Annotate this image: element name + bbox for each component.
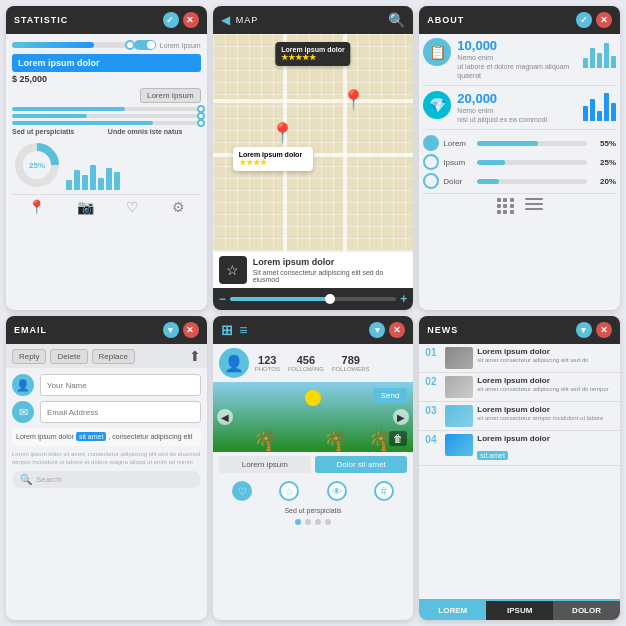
news-thumb-1 bbox=[445, 347, 473, 369]
photo-prev-btn[interactable]: ◀ bbox=[217, 409, 233, 425]
replace-button[interactable]: Replace bbox=[92, 349, 135, 364]
stat-label-1: Lorem Ipsum bbox=[160, 42, 201, 49]
photos-stat: 123 PHOTOS bbox=[255, 354, 280, 372]
about-num-1: 10,000 bbox=[457, 38, 577, 53]
user-icon: 👤 bbox=[12, 374, 34, 396]
slider-track-2[interactable] bbox=[12, 114, 201, 118]
location-icon[interactable]: 📍 bbox=[28, 199, 45, 215]
email-form: 👤 ✉ Lorem ipsum dolor sit amet , consect… bbox=[6, 368, 207, 494]
news-ipsum-btn[interactable]: IPSUM bbox=[486, 601, 553, 620]
toggle-1[interactable] bbox=[134, 40, 156, 50]
dot-4[interactable] bbox=[325, 519, 331, 525]
star-action-btn[interactable]: ☆ bbox=[279, 481, 299, 501]
map-slider-row: − + bbox=[213, 288, 414, 310]
about-check-btn[interactable]: ✓ bbox=[576, 12, 592, 28]
heart-action-btn[interactable]: ♡ bbox=[232, 481, 252, 501]
photo-nav: ◀ ▶ bbox=[213, 409, 414, 425]
progress-row-ipsum: Ipsum 25% bbox=[423, 154, 616, 170]
social-sub-text: Sed ut perspiciatis bbox=[213, 505, 414, 516]
progress-fill-dolor bbox=[477, 179, 499, 184]
map-minus[interactable]: − bbox=[219, 292, 226, 306]
progress-circle-lorem bbox=[423, 135, 439, 151]
eye-action-btn[interactable]: 👁 bbox=[327, 481, 347, 501]
stat-button[interactable]: Lorem Ipsum bbox=[140, 88, 201, 103]
news-down-btn[interactable]: ▾ bbox=[576, 322, 592, 338]
about-desc-2: nisi ut aliquid ex ea commodi bbox=[457, 115, 577, 124]
progress-track-lorem bbox=[477, 141, 587, 146]
news-close-btn[interactable]: ✕ bbox=[596, 322, 612, 338]
statistic-close-btn[interactable]: ✕ bbox=[183, 12, 199, 28]
news-header: NEWS ▾ ✕ bbox=[419, 316, 620, 344]
news-title-2: Lorem ipsum dolor bbox=[477, 376, 614, 385]
send-button[interactable]: Send bbox=[373, 388, 408, 403]
slider-track-1[interactable] bbox=[12, 107, 201, 111]
slider-row-1 bbox=[12, 107, 201, 111]
dot-3[interactable] bbox=[315, 519, 321, 525]
map-slider-track[interactable] bbox=[230, 297, 397, 301]
email-close-btn[interactable]: ✕ bbox=[183, 322, 199, 338]
stars-2: ★★★★ bbox=[239, 158, 307, 167]
map-callout-1: Lorem ipsum dolor ★★★★★ bbox=[275, 42, 350, 66]
email-search-row[interactable]: 🔍 Search bbox=[12, 471, 201, 488]
mini-bar-3 bbox=[82, 175, 88, 190]
gear-icon[interactable]: ⚙ bbox=[172, 199, 185, 215]
news-text-1: Lorem ipsum dolor sit amet consectetur a… bbox=[477, 347, 614, 365]
social-close-btn[interactable]: ✕ bbox=[389, 322, 405, 338]
dot-2[interactable] bbox=[305, 519, 311, 525]
about-panel: About ✓ ✕ 📋 10,000 Nemo enim ut labore e… bbox=[419, 6, 620, 310]
following-num: 456 bbox=[288, 354, 324, 366]
stat-bars-right bbox=[66, 140, 201, 190]
heart-icon[interactable]: ♡ bbox=[126, 199, 139, 215]
upload-icon[interactable]: ⬆ bbox=[189, 348, 201, 364]
list-menu-icon[interactable]: ≡ bbox=[239, 322, 248, 338]
news-num-2: 02 bbox=[425, 376, 441, 387]
dot-1[interactable] bbox=[295, 519, 301, 525]
dolor-sit-btn[interactable]: Dolor sit amet bbox=[315, 456, 407, 473]
stat-bar-track-1[interactable] bbox=[12, 42, 130, 48]
stat-text-col-1: Sed ut perspiciatis bbox=[12, 128, 105, 136]
delete-button[interactable]: Delete bbox=[50, 349, 87, 364]
statistic-content: Lorem Ipsum Lorem ipsum dolor $ 25,000 L… bbox=[6, 34, 207, 310]
map-back-icon[interactable]: ◀ bbox=[221, 13, 230, 27]
news-dolor-btn[interactable]: DOLOR bbox=[553, 601, 620, 620]
name-input[interactable] bbox=[40, 374, 201, 396]
grid-icon[interactable] bbox=[497, 198, 515, 214]
trash-icon[interactable]: 🗑 bbox=[389, 431, 407, 446]
map-plus[interactable]: + bbox=[400, 292, 407, 306]
social-icons-row: ♡ ☆ 👁 # bbox=[213, 477, 414, 505]
email-down-btn[interactable]: ▾ bbox=[163, 322, 179, 338]
email-icon: ✉ bbox=[12, 401, 34, 423]
slider-track-3[interactable] bbox=[12, 121, 201, 125]
about-close-btn[interactable]: ✕ bbox=[596, 12, 612, 28]
social-stats: 123 PHOTOS 456 FOLLOWING 789 FOLLOWERS bbox=[255, 354, 370, 372]
social-controls: ▾ ✕ bbox=[369, 322, 405, 338]
news-num-4: 04 bbox=[425, 434, 441, 445]
news-num-1: 01 bbox=[425, 347, 441, 358]
stat-text-cols: Sed ut perspiciatis Unde omnis iste natu… bbox=[12, 128, 201, 136]
news-controls: ▾ ✕ bbox=[576, 322, 612, 338]
about-header: About ✓ ✕ bbox=[419, 6, 620, 34]
map-area[interactable]: Lorem ipsum dolor ★★★★★ 📍 📍 Lorem ipsum … bbox=[213, 34, 414, 251]
stat-sliders bbox=[12, 107, 201, 125]
lorem-ipsum-btn[interactable]: Lorem ipsum bbox=[219, 456, 311, 473]
photo-next-btn[interactable]: ▶ bbox=[393, 409, 409, 425]
list-lines-icon[interactable] bbox=[525, 198, 543, 214]
reply-button[interactable]: Reply bbox=[12, 349, 46, 364]
about-bottom bbox=[423, 193, 616, 214]
email-controls: ▾ ✕ bbox=[163, 322, 199, 338]
email-input[interactable] bbox=[40, 401, 201, 423]
tag-action-btn[interactable]: # bbox=[374, 481, 394, 501]
news-lorem-btn[interactable]: LOREM bbox=[419, 601, 486, 620]
stat-icons-row: 📍 📷 ♡ ⚙ bbox=[12, 194, 201, 215]
avatar: 👤 bbox=[219, 348, 249, 378]
donut-chart: 25% bbox=[12, 140, 62, 190]
palm-2: 🌴 bbox=[323, 428, 348, 452]
progress-row-dolor: Dolor 20% bbox=[423, 173, 616, 189]
followers-num: 789 bbox=[332, 354, 370, 366]
statistic-check-btn[interactable]: ✓ bbox=[163, 12, 179, 28]
camera-icon[interactable]: 📷 bbox=[77, 199, 94, 215]
map-search-icon[interactable]: 🔍 bbox=[388, 12, 405, 28]
social-down-btn[interactable]: ▾ bbox=[369, 322, 385, 338]
progress-label-ipsum: Ipsum bbox=[443, 158, 473, 167]
grid-menu-icon[interactable]: ⊞ bbox=[221, 322, 234, 338]
